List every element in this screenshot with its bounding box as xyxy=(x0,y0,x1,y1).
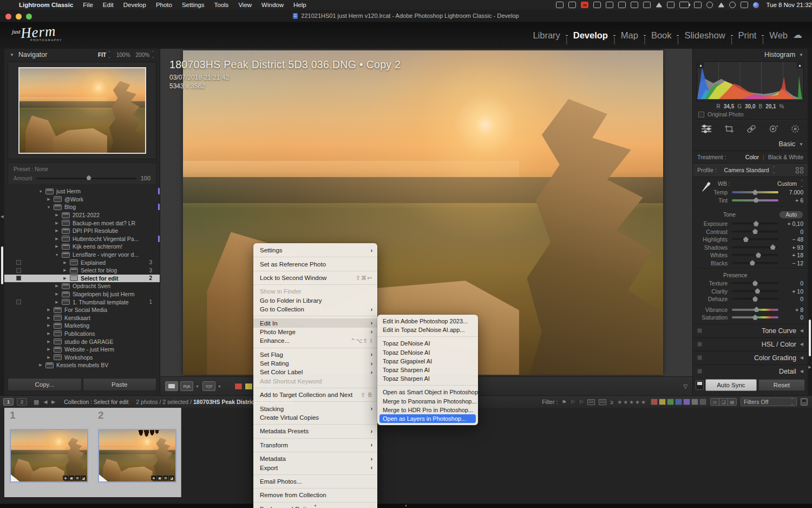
context-menu-item-email-photos[interactable]: Email Photos... xyxy=(253,477,377,486)
context-menu-item-edit-in[interactable]: Edit In› xyxy=(253,318,377,327)
collection-row-kerstkaart[interactable]: ▶Kerstkaart xyxy=(4,314,160,322)
submenu-item-topaz-denoise-ai[interactable]: Topaz DeNoise AI xyxy=(377,348,478,357)
context-menu-item-add-to-target-collection-and-next[interactable]: Add to Target Collection and Next⇧ B xyxy=(253,390,377,399)
collapse-right-panel-arrow[interactable]: ▶ xyxy=(808,365,812,369)
context-menu-item-metadata[interactable]: Metadata› xyxy=(253,454,377,463)
module-tab-print[interactable]: Print xyxy=(738,30,757,41)
filter-toggle-switch[interactable] xyxy=(801,398,808,406)
survey-view-icon[interactable]: Y|Y xyxy=(202,381,215,391)
slider-track-blacks[interactable] xyxy=(732,262,778,264)
context-menu-item-remove-from-collection[interactable]: Remove from Collection xyxy=(253,491,377,499)
disclosure-closed-icon[interactable]: ▶ xyxy=(54,213,60,217)
yellow-label-chip[interactable] xyxy=(245,383,253,390)
basic-disclosure-icon[interactable]: ▼ xyxy=(799,142,803,147)
module-tab-web[interactable]: Web xyxy=(769,30,788,41)
disclosure-closed-icon[interactable]: ▶ xyxy=(54,244,60,249)
disclosure-closed-icon[interactable]: ▶ xyxy=(54,229,60,233)
adjustment-badge-icon[interactable]: ◪ xyxy=(169,476,174,480)
module-tab-library[interactable]: Library xyxy=(533,30,560,41)
module-tab-slideshow[interactable]: Slideshow xyxy=(684,30,725,41)
auto-sync-toggle[interactable] xyxy=(696,380,704,390)
collection-target-checkbox[interactable] xyxy=(16,260,21,265)
submenu-item-topaz-sharpen-ai[interactable]: Topaz Sharpen AI xyxy=(377,366,478,374)
crop-tool-icon[interactable] xyxy=(724,125,734,133)
user-status-icon[interactable] xyxy=(706,2,713,8)
zoom-stepper-icon2[interactable]: ⌃⌄ xyxy=(151,50,154,59)
treatment-bw-option[interactable]: Black & White xyxy=(768,154,803,160)
previous-photo-icon[interactable]: ◀ xyxy=(43,399,47,405)
collection-row-stagelopen-bij-just-herm[interactable]: ▶Stagelopen bij just Herm xyxy=(4,290,160,298)
slider-value[interactable]: + 93 xyxy=(783,244,803,251)
label-filter-chip-2[interactable] xyxy=(667,399,674,405)
label-filter-chip-4[interactable] xyxy=(683,399,690,405)
slider-value[interactable]: + 6 xyxy=(783,197,803,204)
redeye-tool-icon[interactable] xyxy=(769,125,778,133)
panel-header-hsl-color[interactable]: HSL / Color◀ xyxy=(693,337,808,351)
histogram-disclosure-icon[interactable]: ▼ xyxy=(799,53,803,57)
submenu-item-merge-to-panorama-in-photoshop[interactable]: Merge to Panorama in Photoshop... xyxy=(377,397,478,406)
label-filter-chip-5[interactable] xyxy=(691,399,698,405)
shadow-clipping-icon[interactable]: ▲ xyxy=(698,62,704,68)
battery-status-icon[interactable] xyxy=(679,2,689,8)
copy-settings-button[interactable]: Copy... xyxy=(8,378,82,391)
thumbnail-1[interactable]: ◈ ▣ ⊞ ◪ xyxy=(10,429,88,483)
menubar-item-edit[interactable]: Edit xyxy=(98,0,119,10)
profile-browser-icon[interactable] xyxy=(796,167,803,173)
context-menu-item-set-rating[interactable]: Set Rating› xyxy=(253,359,377,368)
zoom-window-button[interactable] xyxy=(26,14,32,19)
submenu-item-merge-to-hdr-pro-in-photoshop[interactable]: Merge to HDR Pro in Photoshop... xyxy=(377,406,478,414)
panel-switch[interactable] xyxy=(697,328,702,333)
keyboard-status-icon[interactable] xyxy=(643,2,651,8)
slider-track-exposure[interactable] xyxy=(732,223,778,225)
edit-status-icon-1[interactable] xyxy=(587,399,595,405)
slider-track-vibrance[interactable] xyxy=(732,309,778,311)
collection-row-backup-en-moet-dat-lr[interactable]: ▶Backup-en moet dat? LR xyxy=(4,219,160,227)
amount-slider[interactable] xyxy=(36,178,136,179)
slider-thumb[interactable] xyxy=(752,281,758,286)
navigator-preview[interactable] xyxy=(8,62,156,159)
submenu-item-edit-in-adobe-photoshop-2023[interactable]: Edit in Adobe Photoshop 2023... xyxy=(377,317,478,325)
submenu-item-topaz-sharpen-ai[interactable]: Topaz Sharpen AI xyxy=(377,374,478,383)
collection-row-dpi-ppi-resolutie[interactable]: ▶DPI PPI Resolutie xyxy=(4,227,160,235)
collection-row-kessels-meubels-bv[interactable]: ▶Kessels meubels BV xyxy=(4,361,160,369)
slider-track-tint[interactable] xyxy=(732,199,778,201)
original-photo-checkbox[interactable] xyxy=(698,112,704,118)
siri-status-icon[interactable] xyxy=(753,2,759,8)
filter-preset-dropdown[interactable]: Filters Off ⌃⌄ xyxy=(741,398,797,406)
adjustment-badge-icon[interactable]: ◪ xyxy=(81,476,86,480)
wb-eyedropper-icon[interactable] xyxy=(698,180,712,194)
slider-thumb[interactable] xyxy=(755,288,760,294)
zoom-100[interactable]: 100% xyxy=(116,52,130,58)
virtual-copy-filter-icon[interactable]: ❏ xyxy=(719,399,728,405)
collapse-left-panel-arrow[interactable]: ◀ xyxy=(0,214,4,219)
slider-value[interactable]: + 8 xyxy=(783,307,803,313)
rating-operator[interactable]: ≥ xyxy=(610,399,613,405)
reset-button[interactable]: Reset xyxy=(758,379,805,391)
slider-value[interactable]: − 48 xyxy=(783,236,803,243)
treatment-color-option[interactable]: Color xyxy=(745,154,759,160)
filmstrip-source-breadcrumb[interactable]: Collection : Select for edit xyxy=(64,399,128,405)
panel-switch[interactable] xyxy=(697,355,702,360)
context-menu-item-transform[interactable]: Transform› xyxy=(253,441,377,450)
primary-monitor-button[interactable]: 1 xyxy=(3,398,14,406)
shortcuts-status-icon[interactable] xyxy=(556,2,564,8)
histogram-display[interactable]: ▲ ▲ xyxy=(697,61,804,101)
menu-scroll-down-icon[interactable]: ▾ xyxy=(253,504,377,507)
disclosure-closed-icon[interactable]: ▶ xyxy=(46,340,51,344)
photos-status-icon[interactable] xyxy=(618,2,626,8)
wb-value[interactable]: Custom xyxy=(777,180,797,187)
disclosure-closed-icon[interactable]: ▶ xyxy=(62,276,68,281)
disclosure-closed-icon[interactable]: ▶ xyxy=(46,331,51,336)
slider-thumb[interactable] xyxy=(752,229,758,234)
slider-thumb[interactable] xyxy=(743,237,749,242)
left-scrollbar-thumb[interactable] xyxy=(1,246,3,284)
close-window-button[interactable] xyxy=(5,14,11,19)
panel-header-detail[interactable]: Detail◀ xyxy=(693,364,808,378)
collection-row-workshops[interactable]: ▶Workshops xyxy=(4,353,160,361)
navigator-header[interactable]: ▼ Navigator FIT⌃⌄ 100% 200%⌃⌄ xyxy=(4,49,160,61)
sound-status-icon[interactable] xyxy=(656,3,662,8)
disclosure-closed-icon[interactable]: ▶ xyxy=(62,260,68,265)
context-menu-item-create-virtual-copies[interactable]: Create Virtual Copies xyxy=(253,413,377,422)
keyword-badge-icon[interactable]: ▣ xyxy=(157,476,162,480)
masking-tool-icon[interactable] xyxy=(790,125,800,133)
